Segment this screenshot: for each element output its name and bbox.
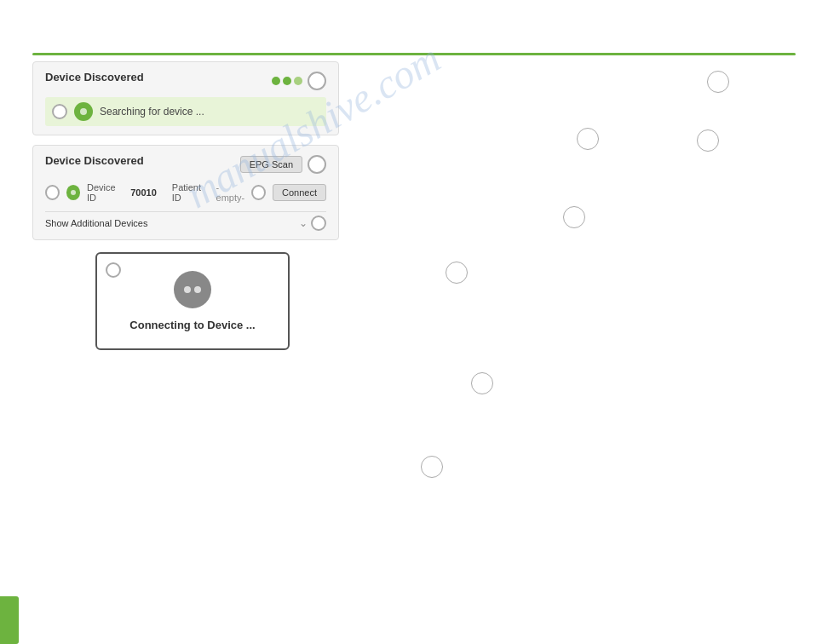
dot3 — [294, 77, 302, 85]
show-additional-row: Show Additional Devices ⌄ — [45, 211, 326, 231]
scatter-circle-4 — [446, 262, 468, 284]
scatter-circle-6 — [421, 456, 443, 478]
searching-text: Searching for device ... — [100, 106, 204, 118]
connect-radio[interactable] — [251, 185, 266, 200]
spinner-icon — [174, 271, 211, 308]
scatter-circle-0 — [707, 71, 729, 93]
device-id-value: 70010 — [130, 187, 157, 198]
status-dots — [272, 77, 302, 85]
patient-id-label: Patient ID — [172, 182, 210, 203]
connect-button[interactable]: Connect — [273, 184, 326, 201]
top-green-line — [32, 53, 796, 55]
panel-connecting: Connecting to Device ... — [95, 252, 290, 350]
panel-device-discovered-epg: Device Discovered EPG Scan Device ID 700… — [32, 145, 339, 240]
scatter-circle-5 — [471, 372, 493, 394]
searching-icon — [74, 102, 93, 121]
panel3-radio[interactable] — [106, 262, 121, 281]
bottom-green-bar — [0, 596, 19, 644]
spinner-dots — [184, 286, 201, 293]
patient-id-value: -empty- — [216, 182, 245, 203]
panel2-radio[interactable] — [308, 155, 326, 174]
show-additional-label: Show Additional Devices — [45, 218, 147, 228]
searching-radio[interactable] — [52, 104, 67, 119]
svg-point-0 — [80, 108, 87, 115]
epg-scan-button[interactable]: EPG Scan — [240, 156, 302, 173]
additional-radio[interactable] — [311, 216, 326, 231]
scatter-circle-3 — [563, 206, 585, 228]
dot1 — [272, 77, 280, 85]
spinner-dot-2 — [194, 286, 201, 293]
dot2 — [283, 77, 291, 85]
device-icon — [66, 185, 80, 200]
device-radio[interactable] — [45, 185, 60, 200]
panel1-title: Device Discovered — [45, 71, 144, 83]
device-id-label: Device ID — [87, 182, 124, 203]
connecting-text: Connecting to Device ... — [129, 319, 255, 331]
panel2-title: Device Discovered — [45, 154, 144, 167]
panel-device-discovered-searching: Device Discovered Searching for device .… — [32, 61, 339, 135]
spinner-dot-1 — [184, 286, 191, 293]
panel3-radio-circle[interactable] — [106, 262, 121, 278]
svg-point-1 — [71, 190, 76, 195]
scatter-circle-1 — [577, 128, 599, 150]
panel1-radio[interactable] — [308, 72, 326, 90]
device-row: Device ID 70010 Patient ID -empty- Conne… — [45, 182, 326, 203]
searching-row: Searching for device ... — [45, 97, 326, 126]
chevron-down-icon: ⌄ — [299, 217, 308, 229]
scatter-circle-2 — [697, 129, 719, 152]
